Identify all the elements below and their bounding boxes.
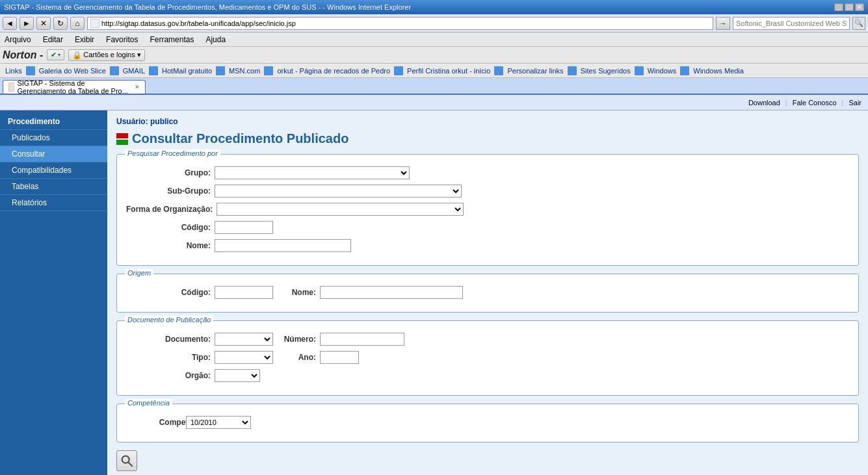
documento-select[interactable] <box>215 333 273 346</box>
tipo-select[interactable] <box>215 351 273 364</box>
bookmark-icon-7 <box>568 66 577 75</box>
orgao-select[interactable] <box>215 369 260 382</box>
orgao-label: Orgão: <box>126 371 211 380</box>
restore-button[interactable]: □ <box>845 3 854 11</box>
grupo-select[interactable] <box>215 166 410 179</box>
menu-ajuda[interactable]: Ajuda <box>204 34 228 45</box>
sidebar-item-procedimento[interactable]: Procedimento <box>0 114 107 130</box>
competencia-section: Competência Competência: 10/2010 <box>116 404 859 443</box>
minimize-button[interactable]: _ <box>834 3 843 11</box>
pesquisar-section: Pesquisar Procedimento por Grupo: Sub-Gr… <box>116 154 859 266</box>
origem-section: Origem Código: Nome: <box>116 274 859 313</box>
menu-exibir[interactable]: Exibir <box>73 34 96 45</box>
menu-arquivo[interactable]: Arquivo <box>3 34 33 45</box>
command-bar: Download | Fale Conosco | Sair <box>0 95 868 110</box>
search-button[interactable]: 🔍 <box>852 17 865 30</box>
address-bar[interactable]: http://sigtap.datasus.gov.br/tabela-unif… <box>87 17 713 30</box>
numero-input[interactable] <box>320 333 404 346</box>
bookmark-icon-0 <box>26 66 35 75</box>
codigo-row: Código: <box>126 221 849 234</box>
download-button[interactable]: Download <box>746 98 783 107</box>
menu-ferramentas[interactable]: Ferramentas <box>148 34 196 45</box>
user-label: Usuário: <box>116 117 148 126</box>
sidebar-item-compatibilidades[interactable]: Compatibilidades <box>0 162 107 179</box>
orgao-row: Orgão: <box>126 369 849 382</box>
menu-favoritos[interactable]: Favoritos <box>104 34 140 45</box>
sidebar-item-tabelas[interactable]: Tabelas <box>0 179 107 195</box>
origem-nome-input[interactable] <box>320 286 463 299</box>
go-button[interactable]: → <box>716 17 730 30</box>
norton-label: Norton - <box>3 49 43 61</box>
bookmark-windows[interactable]: Windows <box>645 66 679 75</box>
menu-editar[interactable]: Editar <box>41 34 65 45</box>
cartoes-label: Cartões e logins ▾ <box>83 51 141 59</box>
documento-row: Documento: Número: <box>126 333 849 346</box>
bookmark-icon-8 <box>635 66 644 75</box>
title-icon <box>116 133 128 145</box>
competencia-select[interactable]: 10/2010 <box>186 416 251 429</box>
bookmark-msn[interactable]: MSN.com <box>226 66 263 75</box>
sidebar-item-relatorios[interactable]: Relatórios <box>0 195 107 211</box>
bookmark-perfil[interactable]: Perfil Cristina orkut - início <box>404 66 493 75</box>
address-text: http://sigtap.datasus.gov.br/tabela-unif… <box>101 19 296 27</box>
codigo-input[interactable] <box>215 221 273 234</box>
competencia-row: Competência: 10/2010 <box>126 416 849 429</box>
tipo-row: Tipo: Ano: <box>126 351 849 364</box>
pesquisar-legend: Pesquisar Procedimento por <box>125 149 220 157</box>
home-button[interactable]: ⌂ <box>70 17 85 30</box>
refresh-button[interactable]: ↻ <box>53 17 68 30</box>
origem-nome-label: Nome: <box>277 288 316 297</box>
origem-codigo-input[interactable] <box>215 286 273 299</box>
active-tab[interactable]: SIGTAP - Sistema de Gerenciamento da Tab… <box>3 80 146 94</box>
sidebar-item-consultar[interactable]: Consultar <box>0 146 107 162</box>
bookmarks-bar: Links Galeria do Web Slice GMAIL HotMail… <box>0 64 868 78</box>
bookmark-icon-1 <box>110 66 119 75</box>
ano-input[interactable] <box>320 351 359 364</box>
fale-conosco-button[interactable]: Fale Conosco <box>790 98 839 107</box>
bookmark-gmail[interactable]: GMAIL <box>120 66 148 75</box>
svg-line-1 <box>129 463 133 467</box>
user-value: publico <box>150 117 178 126</box>
bookmark-orkut[interactable]: orkut - Página de recados de Pedro <box>274 66 393 75</box>
origem-codigo-label: Código: <box>126 288 211 297</box>
bookmark-links[interactable]: Links <box>3 66 25 75</box>
bookmark-icon-3 <box>216 66 225 75</box>
search-main-icon <box>120 454 134 468</box>
flag-green <box>116 140 128 145</box>
forma-row: Forma de Organização: <box>126 203 849 216</box>
subgrupo-label: Sub-Grupo: <box>126 186 211 196</box>
bookmark-sites[interactable]: Sites Sugeridos <box>578 66 633 75</box>
forma-select[interactable] <box>217 203 464 216</box>
bookmark-icon-4 <box>264 66 273 75</box>
sidebar-item-publicados[interactable]: Publicados <box>0 130 107 146</box>
close-button[interactable]: ✕ <box>855 3 864 11</box>
address-bar-container: http://sigtap.datasus.gov.br/tabela-unif… <box>87 17 865 30</box>
documento-label: Documento: <box>126 335 211 344</box>
tab-close-button[interactable]: ✕ <box>135 84 140 90</box>
subgrupo-select[interactable] <box>215 185 462 198</box>
flag-red <box>116 133 128 138</box>
sidebar: Procedimento Publicados Consultar Compat… <box>0 110 107 475</box>
back-button[interactable]: ◄ <box>3 17 17 30</box>
numero-label: Número: <box>277 335 316 344</box>
cartoes-button[interactable]: 🔒 Cartões e logins ▾ <box>68 49 145 61</box>
norton-security-button[interactable]: ✔▾ <box>47 49 64 60</box>
bookmark-galeria[interactable]: Galeria do Web Slice <box>36 66 109 75</box>
browser-toolbar: Norton - ✔▾ 🔒 Cartões e logins ▾ <box>0 47 868 64</box>
bookmark-icon-5 <box>394 66 403 75</box>
bookmark-windows-media[interactable]: Windows Media <box>690 66 746 75</box>
nome-input[interactable] <box>215 239 351 252</box>
forward-button[interactable]: ► <box>20 17 34 30</box>
bookmark-hotmail[interactable]: HotMail gratuito <box>159 66 215 75</box>
sair-button[interactable]: Sair <box>846 98 864 107</box>
origem-row: Código: Nome: <box>126 286 849 299</box>
search-input[interactable] <box>733 17 850 30</box>
bookmark-personalizar[interactable]: Personalizar links <box>505 66 566 75</box>
user-bar: Usuário: publico <box>116 117 859 126</box>
ano-label: Ano: <box>277 353 316 362</box>
documento-section: Documento de Publicação Documento: Númer… <box>116 320 859 396</box>
stop-button[interactable]: ✕ <box>36 17 51 30</box>
documento-legend: Documento de Publicação <box>125 316 213 324</box>
title-bar: SIGTAP - Sistema de Gerenciamento da Tab… <box>0 0 868 14</box>
search-main-button[interactable] <box>116 450 137 471</box>
